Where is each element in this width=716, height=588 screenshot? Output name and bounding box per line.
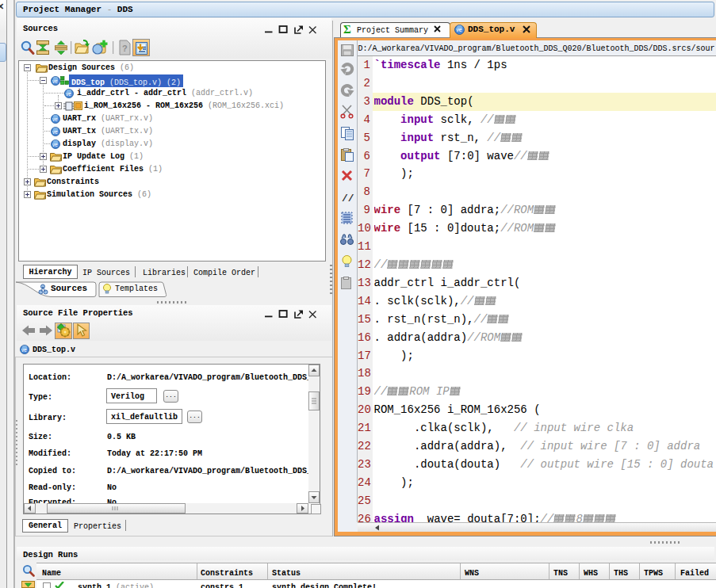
svg-text://: // bbox=[342, 193, 354, 204]
svg-text:ve: ve bbox=[21, 347, 27, 353]
svg-text:ve: ve bbox=[52, 141, 58, 147]
svg-text:?: ? bbox=[122, 44, 128, 53]
svg-text:ve: ve bbox=[66, 90, 71, 96]
svg-text:ve: ve bbox=[52, 78, 58, 83]
svg-text:ve: ve bbox=[456, 27, 462, 32]
svg-text:ve: ve bbox=[52, 128, 58, 134]
svg-text:ve: ve bbox=[52, 116, 58, 121]
